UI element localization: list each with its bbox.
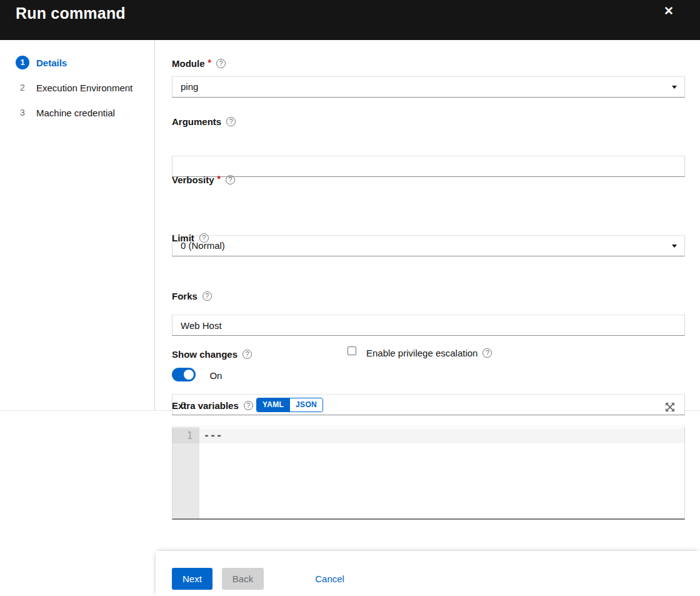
step-number: 2	[16, 81, 29, 94]
modal-header: Run command ✕	[0, 0, 700, 40]
limit-field-group: Limit ?	[172, 232, 685, 243]
show-changes-row: On	[172, 368, 685, 384]
module-field-group: Module * ?	[172, 58, 685, 69]
help-icon[interactable]: ?	[482, 348, 492, 358]
step-details[interactable]: 1 Details	[0, 56, 154, 69]
variables-format-toggle: YAML JSON	[256, 398, 323, 412]
show-changes-toggle[interactable]	[172, 368, 196, 381]
step-execution-environment[interactable]: 2 Execution Environment	[0, 81, 154, 94]
json-tab[interactable]: JSON	[289, 398, 322, 412]
help-icon[interactable]: ?	[226, 175, 235, 184]
step-number-badge: 1	[16, 56, 29, 69]
verbosity-label: Verbosity * ?	[172, 174, 685, 185]
privilege-escalation-label: Enable privilege escalation ?	[366, 348, 492, 358]
limit-label: Limit ?	[172, 232, 685, 243]
toggle-knob	[184, 370, 194, 380]
step-label: Details	[36, 58, 67, 68]
limit-input[interactable]	[172, 315, 685, 336]
step-number: 3	[16, 106, 29, 119]
cancel-button[interactable]: Cancel	[304, 568, 355, 590]
arguments-label: Arguments ?	[172, 116, 685, 127]
next-button[interactable]: Next	[172, 568, 212, 590]
help-icon[interactable]: ?	[226, 117, 236, 126]
editor-line-gutter: 1	[172, 427, 199, 518]
help-icon[interactable]: ?	[202, 291, 212, 301]
expand-icon[interactable]	[663, 401, 677, 413]
verbosity-field-group: Verbosity * ?	[172, 174, 685, 185]
module-selected-value: ping	[181, 81, 198, 92]
forks-label: Forks ?	[172, 290, 685, 301]
required-marker: *	[208, 58, 211, 68]
line-number: 1	[187, 428, 199, 442]
extra-variables-field-group: Extra variables ?	[172, 400, 685, 411]
privilege-escalation-checkbox[interactable]	[348, 346, 356, 355]
toggle-state-label: On	[209, 370, 222, 381]
step-label: Machine credential	[36, 108, 115, 118]
run-command-modal: Run command ✕ 1 Details 2 Execution Envi…	[0, 0, 700, 596]
arguments-field-group: Arguments ?	[172, 116, 685, 127]
page-title: Run command	[16, 4, 126, 23]
module-label: Module * ?	[172, 58, 685, 69]
forks-field-group: Forks ?	[172, 290, 685, 301]
step-label: Execution Environment	[36, 83, 132, 93]
help-icon[interactable]: ?	[242, 350, 252, 359]
close-icon[interactable]: ✕	[661, 3, 677, 19]
wizard-step-nav: 1 Details 2 Execution Environment 3 Mach…	[0, 40, 155, 410]
step-machine-credential[interactable]: 3 Machine credential	[0, 106, 154, 119]
wizard-footer: Next Back Cancel	[156, 551, 700, 596]
chevron-down-icon	[672, 245, 677, 248]
active-line-gutter: 1	[172, 428, 199, 443]
editor-content: ---	[204, 430, 222, 441]
chevron-down-icon	[672, 86, 677, 89]
extra-variables-editor[interactable]: 1 ---	[172, 427, 685, 520]
help-icon[interactable]: ?	[216, 59, 226, 68]
module-select[interactable]: ping	[172, 76, 685, 98]
help-icon[interactable]: ?	[244, 401, 253, 410]
back-button[interactable]: Back	[222, 568, 264, 590]
extra-variables-label: Extra variables ?	[172, 400, 685, 411]
help-icon[interactable]: ?	[199, 233, 209, 243]
editor-active-line: ---	[199, 428, 684, 443]
yaml-tab[interactable]: YAML	[257, 398, 289, 412]
required-marker: *	[218, 174, 221, 184]
